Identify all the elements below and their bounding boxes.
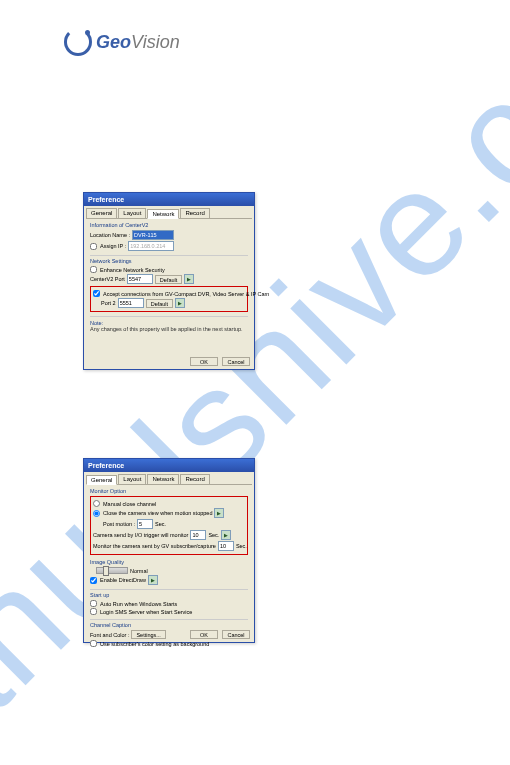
login-sms-checkbox[interactable] xyxy=(90,608,97,615)
tab-record[interactable]: Record xyxy=(180,208,209,218)
quality-group-title: Image Quality xyxy=(90,559,248,565)
close-arrow-icon[interactable]: ▶ xyxy=(214,508,224,518)
use-sub-label: Use subscriber's color setting as backgr… xyxy=(100,641,209,647)
logo: GeoVision xyxy=(64,28,180,56)
location-label: Location Name : xyxy=(90,232,130,238)
info-group-title: Information of CenterV2 xyxy=(90,222,248,228)
tab-network[interactable]: Network xyxy=(147,474,179,484)
assign-ip-label: Assign IP : xyxy=(100,243,126,249)
use-sub-checkbox[interactable] xyxy=(90,640,97,647)
font-label: Font and Color : xyxy=(90,632,129,638)
caption-group-title: Channel Caption xyxy=(90,622,248,628)
location-input[interactable] xyxy=(132,230,174,240)
close-label: Close the camera view when motion stoppe… xyxy=(103,510,212,516)
settings-button[interactable]: Settings... xyxy=(131,630,165,639)
quality-slider[interactable] xyxy=(96,567,128,574)
assign-ip-input[interactable] xyxy=(128,241,174,251)
io-label: Camera send by I/O trigger will monitor xyxy=(93,532,188,538)
directdraw-checkbox[interactable] xyxy=(90,577,97,584)
tab-record[interactable]: Record xyxy=(180,474,209,484)
startup-group-title: Start up xyxy=(90,592,248,598)
tab-general[interactable]: General xyxy=(86,208,117,218)
note-text: Any changes of this property will be app… xyxy=(90,326,248,332)
manual-radio[interactable] xyxy=(93,500,100,507)
reg-label: Monitor the camera sent by GV subscriber… xyxy=(93,543,216,549)
enhance-label: Enhance Network Security xyxy=(100,267,165,273)
post-input[interactable] xyxy=(137,519,153,529)
accept-label: Accept connections from GV-Compact DVR, … xyxy=(103,291,269,297)
ok-button[interactable]: OK xyxy=(190,630,218,639)
io-arrow-icon[interactable]: ▶ xyxy=(221,530,231,540)
reg-unit: Sec. xyxy=(236,543,247,549)
close-radio[interactable] xyxy=(93,510,100,517)
tab-general[interactable]: General xyxy=(86,475,117,485)
port2-input[interactable] xyxy=(118,298,144,308)
port-default-button[interactable]: Default xyxy=(155,275,182,284)
port2-arrow-icon[interactable]: ▶ xyxy=(175,298,185,308)
logo-text: GeoVision xyxy=(96,32,180,53)
port-input[interactable] xyxy=(127,274,153,284)
directdraw-arrow-icon[interactable]: ▶ xyxy=(148,575,158,585)
assign-ip-checkbox[interactable] xyxy=(90,243,97,250)
io-unit: Sec. xyxy=(208,532,219,538)
autorun-label: Auto Run when Windows Starts xyxy=(100,601,177,607)
tab-layout[interactable]: Layout xyxy=(118,208,146,218)
port-label: CenterV2 Port xyxy=(90,276,125,282)
directdraw-label: Enable DirectDraw xyxy=(100,577,146,583)
reg-input[interactable] xyxy=(218,541,234,551)
titlebar: Preference xyxy=(84,459,254,472)
autorun-checkbox[interactable] xyxy=(90,600,97,607)
enhance-checkbox[interactable] xyxy=(90,266,97,273)
port2-label: Port 2 xyxy=(101,300,116,306)
post-label: Post motion : xyxy=(103,521,135,527)
accept-highlight: Accept connections from GV-Compact DVR, … xyxy=(90,286,248,312)
net-group-title: Network Settings xyxy=(90,258,248,264)
login-sms-label: Login SMS Server when Start Service xyxy=(100,609,192,615)
port2-default-button[interactable]: Default xyxy=(146,299,173,308)
tabs: General Layout Network Record xyxy=(86,208,252,219)
titlebar: Preference xyxy=(84,193,254,206)
preference-dialog-network: Preference General Layout Network Record… xyxy=(83,192,255,370)
tabs: General Layout Network Record xyxy=(86,474,252,485)
preference-dialog-general: Preference General Layout Network Record… xyxy=(83,458,255,643)
quality-normal-label: Normal xyxy=(130,568,148,574)
io-input[interactable] xyxy=(190,530,206,540)
manual-label: Manual close channel xyxy=(103,501,156,507)
tab-layout[interactable]: Layout xyxy=(118,474,146,484)
cancel-button[interactable]: Cancel xyxy=(222,630,250,639)
monitor-highlight: Manual close channel Close the camera vi… xyxy=(90,496,248,555)
logo-swirl-icon xyxy=(64,28,92,56)
ok-button[interactable]: OK xyxy=(190,357,218,366)
port-arrow-icon[interactable]: ▶ xyxy=(184,274,194,284)
monitor-group-title: Monitor Option xyxy=(90,488,248,494)
tab-network[interactable]: Network xyxy=(147,209,179,219)
accept-checkbox[interactable] xyxy=(93,290,100,297)
post-unit: Sec. xyxy=(155,521,166,527)
cancel-button[interactable]: Cancel xyxy=(222,357,250,366)
